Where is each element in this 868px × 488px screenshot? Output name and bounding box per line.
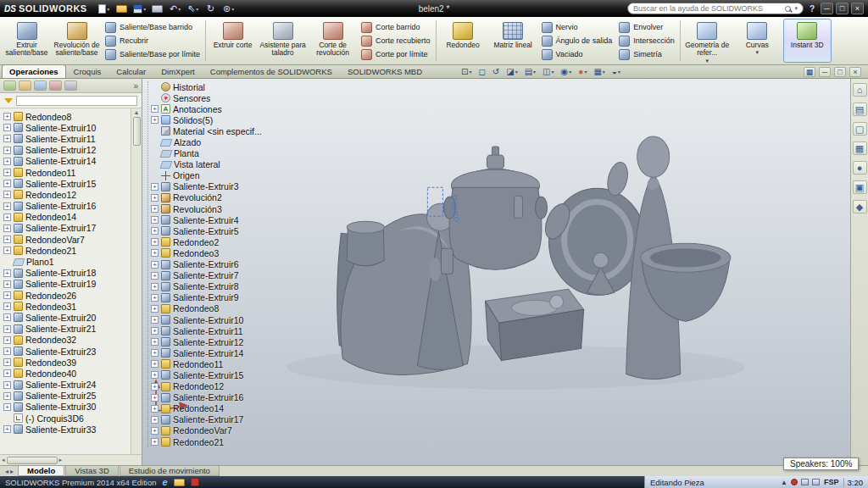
flyout-tree-item[interactable]: + Redondeo11	[151, 358, 262, 369]
flyout-tree-item[interactable]: + Redondeo21	[151, 436, 262, 447]
extruded-cut-button[interactable]: Extruir corte	[209, 19, 257, 63]
feature-tree-item[interactable]: + Saliente-Extruir17	[3, 223, 131, 234]
scroll-right-icon[interactable]: ▸	[59, 457, 63, 463]
expand-icon[interactable]: +	[151, 438, 159, 446]
feature-tree-item[interactable]: + Plano1	[3, 256, 131, 267]
feature-tree-item[interactable]: + Saliente-Extruir24	[3, 380, 131, 391]
view-settings-button[interactable]: ◒▾	[609, 66, 623, 78]
ribbon-small-button[interactable]: Corte por límite	[361, 48, 431, 61]
feature-tree-item[interactable]: + Saliente-Extruir14	[3, 156, 131, 167]
expand-icon[interactable]: +	[3, 180, 11, 187]
solidworks-resources-icon[interactable]: ⌂	[853, 83, 867, 97]
expand-icon[interactable]: +	[3, 403, 11, 411]
expand-icon[interactable]: +	[3, 358, 11, 366]
flyout-tree-item[interactable]: + Redondeo8	[151, 303, 262, 314]
flyout-tree-item[interactable]: + Revolución3	[151, 203, 262, 214]
expand-icon[interactable]: +	[3, 169, 11, 176]
feature-tree-item[interactable]: + Saliente-Extruir25	[3, 391, 131, 402]
feature-tree-item[interactable]: + Redondeo40	[3, 368, 131, 379]
ribbon-small-button[interactable]: Corte barrido	[361, 21, 431, 34]
flyout-tree-item[interactable]: + Sólidos(5)	[151, 114, 262, 125]
expand-icon[interactable]: +	[151, 261, 159, 269]
feature-tree-item[interactable]: + Redondeo8	[3, 111, 131, 122]
expand-icon[interactable]: +	[3, 113, 11, 120]
flyout-tree-item[interactable]: + Historial	[151, 81, 262, 92]
print-button[interactable]	[150, 2, 165, 15]
security-tray-icon[interactable]	[791, 479, 798, 485]
expand-icon[interactable]: +	[3, 158, 11, 165]
featuremanager-tree-tab-icon[interactable]	[3, 80, 16, 91]
flyout-tree-item[interactable]: + Saliente-Extruir11	[151, 325, 262, 336]
expand-icon[interactable]: +	[151, 216, 159, 224]
expand-icon[interactable]: +	[151, 238, 159, 246]
close-button[interactable]: ×	[851, 3, 864, 14]
expand-icon[interactable]: +	[3, 369, 11, 377]
ribbon-small-button[interactable]: Vaciado	[542, 48, 613, 61]
feature-tree-item[interactable]: + Saliente-Extruir12	[3, 145, 131, 156]
forum-icon[interactable]: ◆	[853, 200, 867, 214]
expand-icon[interactable]: +	[151, 416, 159, 424]
doc-close-button[interactable]: ×	[849, 67, 861, 77]
expand-icon[interactable]: +	[3, 381, 11, 389]
expand-icon[interactable]: +	[151, 105, 159, 113]
feature-tree-item[interactable]: + Saliente-Extruir21	[3, 324, 131, 335]
network-tray-icon[interactable]	[812, 479, 820, 485]
show-hidden-icons[interactable]: ▲	[781, 479, 787, 486]
flyout-tree-item[interactable]: + Saliente-Extruir3	[151, 181, 262, 192]
hide-show-items-button[interactable]: ◉▾	[559, 66, 575, 78]
expand-icon[interactable]: +	[3, 302, 11, 310]
expand-icon[interactable]: +	[151, 349, 159, 357]
scrollbar-thumb[interactable]	[133, 117, 141, 146]
panel-expand-icon[interactable]: »	[133, 81, 138, 91]
doc-restore-button[interactable]: □	[834, 67, 846, 77]
flyout-tree-item[interactable]: + Redondeo12	[151, 381, 262, 392]
expand-icon[interactable]: +	[3, 325, 11, 333]
displaymanager-tab-icon[interactable]	[64, 80, 77, 91]
expand-icon[interactable]: +	[3, 347, 11, 355]
open-button[interactable]	[114, 2, 130, 15]
expand-icon[interactable]: +	[3, 135, 11, 142]
extrude-boss-button[interactable]: Extruir saliente/base	[3, 19, 51, 63]
tab-scroll-right-icon[interactable]: ▸	[10, 468, 14, 475]
filter-funnel-icon[interactable]	[4, 98, 13, 103]
feature-tree-item[interactable]: + Redondeo31	[3, 301, 131, 312]
rebuild-button[interactable]: ↻	[203, 2, 219, 15]
volume-tray-icon[interactable]	[801, 479, 809, 485]
feature-tree-item[interactable]: + Redondeo39	[3, 357, 131, 368]
expand-icon[interactable]: +	[3, 191, 11, 198]
ribbon-small-button[interactable]: Simetría	[619, 48, 675, 61]
model-figure-tall-head[interactable]	[637, 136, 670, 177]
expand-icon[interactable]: +	[3, 124, 11, 131]
flyout-tree-item[interactable]: + Revolución2	[151, 192, 262, 203]
zoom-window-button[interactable]: ⊡▾	[459, 66, 474, 78]
help-button[interactable]: ?	[806, 4, 818, 14]
expand-icon[interactable]: +	[151, 294, 159, 302]
bottom-tab[interactable]: Vistas 3D	[65, 466, 118, 476]
expand-icon[interactable]: +	[151, 383, 159, 391]
model-baby-head[interactable]	[550, 295, 564, 308]
flyout-tree-item[interactable]: + Anotaciones	[151, 103, 262, 114]
feature-tree-item[interactable]: + Saliente-Extruir11	[3, 133, 131, 144]
feature-tree-item[interactable]: + Redondeo26	[3, 290, 131, 301]
flyout-tree-item[interactable]: + Alzado	[151, 136, 262, 147]
curves-button[interactable]: Curvas ▾	[733, 19, 782, 63]
expand-icon[interactable]: +	[3, 280, 11, 288]
zoom-fit-button[interactable]: ◻	[476, 66, 487, 78]
expand-icon[interactable]: +	[151, 405, 159, 413]
minimize-button[interactable]: ─	[821, 3, 833, 14]
section-view-button[interactable]: ◪▾	[504, 66, 520, 78]
feature-tree-item[interactable]: + Redondeo32	[3, 335, 131, 346]
flyout-tree-item[interactable]: + Redondeo14	[151, 403, 262, 414]
save-button[interactable]: ▾	[132, 2, 147, 15]
instant-3d-button[interactable]: Instant 3D	[783, 19, 832, 63]
options-button[interactable]: ⊛▾	[221, 2, 236, 15]
model-pot-latch[interactable]	[515, 196, 523, 218]
feature-tree-item[interactable]: + Saliente-Extruir16	[3, 201, 131, 212]
ribbon-small-button[interactable]: Saliente/Base por límite	[105, 48, 200, 61]
expand-icon[interactable]: +	[151, 283, 159, 291]
ribbon-tab[interactable]: SOLIDWORKS MBD	[340, 64, 430, 78]
ribbon-small-button[interactable]: Corte recubierto	[361, 35, 431, 47]
flyout-tree-item[interactable]: + Material <sin especif...	[151, 125, 262, 136]
expand-icon[interactable]: +	[3, 236, 11, 243]
ribbon-small-button[interactable]: Intersección	[619, 35, 675, 47]
